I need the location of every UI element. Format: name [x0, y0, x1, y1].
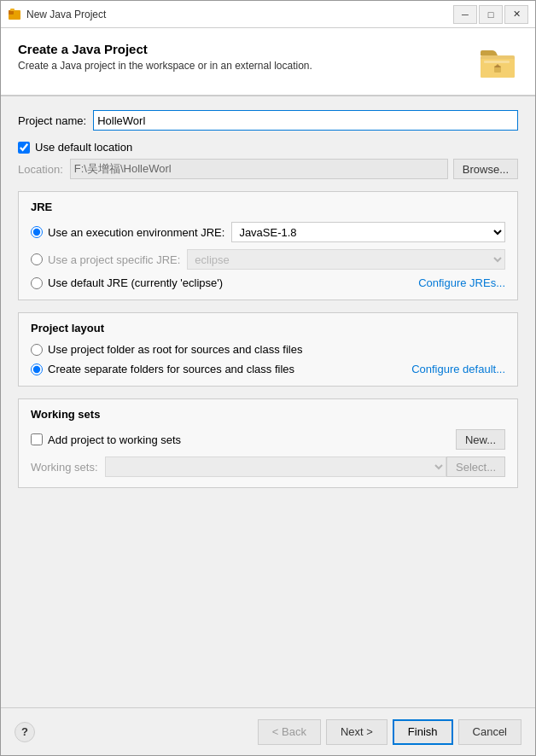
footer: ? < Back Next > Finish Cancel: [1, 707, 535, 755]
layout-section: Project layout Use project folder as roo…: [18, 312, 518, 387]
layout-separate-radio[interactable]: [31, 363, 43, 375]
location-input[interactable]: [70, 159, 448, 179]
cancel-button[interactable]: Cancel: [458, 719, 521, 745]
window-icon: [8, 8, 21, 21]
back-button[interactable]: < Back: [258, 719, 321, 745]
content-area: Project name: Use default location Locat…: [1, 96, 535, 707]
minimize-button[interactable]: ─: [453, 5, 477, 24]
header-section: Create a Java Project Create a Java proj…: [1, 28, 535, 96]
footer-left: ?: [15, 722, 35, 742]
jre-env-label[interactable]: Use an execution environment JRE:: [48, 226, 224, 239]
ws-label: Working sets:: [31, 461, 98, 474]
maximize-button[interactable]: □: [479, 5, 503, 24]
jre-section: JRE Use an execution environment JRE: Ja…: [18, 191, 518, 300]
jre-specific-select: eclipse: [187, 249, 505, 270]
jre-default-radio-row: Use default JRE (currently 'eclipse'): [31, 276, 223, 289]
layout-separate-label[interactable]: Create separate folders for sources and …: [48, 363, 294, 375]
new-ws-button[interactable]: New...: [456, 429, 505, 450]
jre-select-wrap: JavaSE-1.8: [231, 222, 505, 242]
jre-option3-row: Use default JRE (currently 'eclipse') Co…: [31, 276, 505, 289]
use-default-label[interactable]: Use default location: [35, 141, 132, 154]
header-subtitle: Create a Java project in the workspace o…: [18, 60, 469, 72]
help-button[interactable]: ?: [15, 722, 35, 742]
main-window: New Java Project ─ □ ✕ Create a Java Pro…: [0, 0, 536, 756]
jre-option2-row: Use a project specific JRE: eclipse: [31, 249, 505, 270]
working-sets-section: Working sets Add project to working sets…: [18, 398, 518, 488]
add-ws-checkbox[interactable]: [31, 433, 43, 445]
project-name-row: Project name:: [18, 110, 518, 131]
header-title: Create a Java Project: [18, 42, 469, 56]
layout-option2-row: Create separate folders for sources and …: [31, 363, 505, 375]
working-sets-title: Working sets: [31, 408, 505, 421]
location-row: Location: Browse...: [18, 159, 518, 179]
configure-default-link[interactable]: Configure default...: [411, 363, 505, 375]
finish-button[interactable]: Finish: [393, 719, 453, 745]
jre-default-label[interactable]: Use default JRE (currently 'eclipse'): [48, 276, 223, 289]
window-controls: ─ □ ✕: [453, 5, 528, 24]
next-button[interactable]: Next >: [326, 719, 387, 745]
layout-root-label[interactable]: Use project folder as root for sources a…: [48, 343, 302, 356]
jre-env-radio[interactable]: [31, 226, 43, 238]
jre-specific-label[interactable]: Use a project specific JRE:: [48, 253, 180, 266]
add-ws-label[interactable]: Add project to working sets: [48, 433, 181, 446]
close-button[interactable]: ✕: [504, 5, 528, 24]
project-name-input[interactable]: [93, 110, 518, 131]
jre-specific-select-wrap: eclipse: [187, 249, 505, 270]
window-title: New Java Project: [26, 9, 453, 20]
location-label: Location:: [18, 163, 63, 176]
header-icon: [477, 42, 518, 83]
use-default-checkbox[interactable]: [18, 142, 30, 154]
empty-space: [18, 500, 518, 602]
title-bar: New Java Project ─ □ ✕: [1, 1, 535, 28]
use-default-location-row: Use default location: [18, 141, 518, 154]
layout-title: Project layout: [31, 322, 505, 334]
ws-select: [105, 457, 447, 477]
svg-rect-6: [484, 61, 510, 63]
layout-root-radio[interactable]: [31, 344, 43, 356]
configure-jres-link[interactable]: Configure JREs...: [418, 276, 505, 289]
layout-option1-row: Use project folder as root for sources a…: [31, 343, 505, 356]
jre-specific-radio[interactable]: [31, 253, 43, 265]
jre-title: JRE: [31, 201, 505, 213]
add-ws-checkbox-row: Add project to working sets: [31, 433, 181, 446]
jre-default-radio[interactable]: [31, 277, 43, 289]
footer-right: < Back Next > Finish Cancel: [258, 719, 521, 745]
jre-env-select[interactable]: JavaSE-1.8: [231, 222, 505, 242]
select-ws-button[interactable]: Select...: [446, 457, 505, 477]
header-text: Create a Java Project Create a Java proj…: [18, 42, 469, 72]
layout-separate-radio-row: Create separate folders for sources and …: [31, 363, 294, 375]
svg-rect-2: [10, 9, 15, 11]
ws-select-row: Working sets: Select...: [31, 457, 505, 477]
add-working-sets-row: Add project to working sets New...: [31, 429, 505, 450]
browse-button[interactable]: Browse...: [453, 159, 518, 179]
project-name-label: Project name:: [18, 114, 86, 127]
jre-option1-row: Use an execution environment JRE: JavaSE…: [31, 222, 505, 242]
